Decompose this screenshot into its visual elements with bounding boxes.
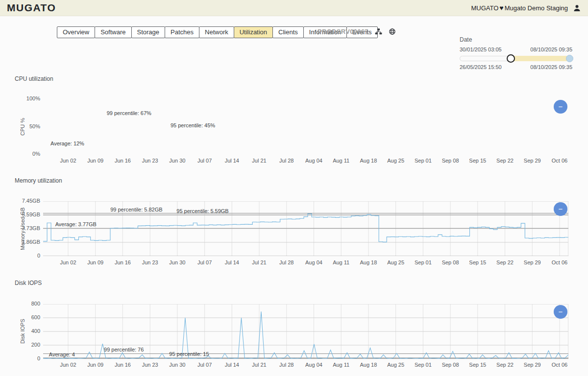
x-tick-label: Jul 07 bbox=[190, 362, 220, 368]
x-tick-label: Jun 02 bbox=[53, 158, 83, 164]
tab-patches[interactable]: Patches bbox=[165, 26, 199, 38]
x-tick-label: Jun 30 bbox=[163, 259, 192, 265]
slider-selected-range bbox=[511, 56, 571, 61]
full-range-start: 30/01/2025 03:05 bbox=[460, 47, 502, 52]
y-tick-label: 50% bbox=[29, 123, 40, 129]
tab-utilization[interactable]: Utilization bbox=[234, 26, 273, 38]
x-tick-label: Sep 29 bbox=[517, 362, 547, 368]
x-tick-label: Sep 29 bbox=[517, 259, 547, 265]
y-tick-label: 0 bbox=[37, 253, 40, 258]
x-tick-label: Jul 14 bbox=[217, 362, 246, 368]
x-tick-label: Aug 04 bbox=[299, 362, 328, 368]
date-filter-label: Date bbox=[460, 36, 572, 43]
chart-annotation: 95 percentile: 45% bbox=[171, 122, 215, 128]
heart-icon: ♥ bbox=[499, 4, 503, 12]
topology-icon[interactable] bbox=[375, 28, 382, 35]
user-icon[interactable] bbox=[573, 4, 581, 12]
app-logo: MUGATO bbox=[7, 2, 56, 14]
y-tick-label: 100% bbox=[26, 95, 40, 101]
x-tick-label: Jun 16 bbox=[108, 259, 137, 265]
utilization-page: MUGATO MUGATO♥Mugato Demo Staging Overvi… bbox=[0, 0, 588, 376]
x-tick-label: Sep 08 bbox=[436, 158, 465, 164]
chart-annotation: Average: 4 bbox=[49, 352, 75, 357]
x-tick-label: Jul 14 bbox=[217, 259, 246, 265]
y-axis-ticks: 100%50%0% bbox=[0, 99, 40, 154]
x-tick-label: Aug 04 bbox=[299, 259, 328, 265]
y-axis-ticks: 8006004002000 bbox=[0, 304, 40, 359]
chart-annotation: 99 percentile: 5.82GB bbox=[110, 207, 162, 212]
x-tick-label: Oct 06 bbox=[545, 362, 574, 368]
chart-title: Memory utilization bbox=[15, 177, 62, 184]
x-tick-label: Jul 28 bbox=[272, 158, 301, 164]
x-tick-label: Jun 23 bbox=[135, 158, 165, 164]
x-tick-label: Sep 22 bbox=[490, 158, 520, 164]
x-tick-label: Aug 11 bbox=[326, 362, 356, 368]
y-tick-label: 0 bbox=[37, 355, 40, 361]
y-tick-label: 7.45GB bbox=[22, 198, 40, 204]
x-tick-label: Sep 15 bbox=[463, 362, 492, 368]
chart-annotation: Average: 3.77GB bbox=[55, 221, 97, 227]
x-tick-label: Jun 02 bbox=[53, 259, 83, 265]
y-tick-label: 800 bbox=[31, 301, 40, 306]
globe-icon[interactable] bbox=[389, 28, 396, 35]
x-tick-label: Sep 29 bbox=[517, 158, 547, 164]
x-tick-label: Jun 09 bbox=[81, 259, 110, 265]
y-tick-label: 1.86GB bbox=[22, 239, 40, 245]
x-tick-label: Jun 09 bbox=[81, 362, 110, 368]
x-tick-label: Jun 23 bbox=[135, 362, 165, 368]
chart-annotation: 99 percentile: 67% bbox=[107, 110, 151, 116]
x-tick-label: Jun 16 bbox=[108, 362, 137, 368]
date-range-slider[interactable] bbox=[460, 54, 572, 63]
collapse-chart-button[interactable]: − bbox=[554, 202, 567, 216]
x-axis-ticks: Jun 02Jun 09Jun 16Jun 23Jun 30Jul 07Jul … bbox=[43, 158, 568, 164]
y-tick-label: 3.73GB bbox=[22, 225, 40, 231]
y-tick-label: 0% bbox=[32, 151, 40, 157]
collapse-chart-button[interactable]: − bbox=[554, 100, 567, 114]
x-tick-label: Sep 15 bbox=[463, 158, 492, 164]
tab-clients[interactable]: Clients bbox=[272, 26, 304, 38]
slider-end-handle[interactable] bbox=[566, 55, 573, 62]
x-tick-label: Oct 06 bbox=[545, 158, 574, 164]
x-tick-label: Jul 07 bbox=[190, 259, 220, 265]
x-tick-label: Jul 21 bbox=[245, 259, 274, 265]
disk-chart-plot: − Average: 499 percentile: 7695 percenti… bbox=[43, 304, 568, 359]
chart-annotation: Average: 12% bbox=[50, 141, 84, 146]
tab-network[interactable]: Network bbox=[199, 26, 234, 38]
x-tick-label: Jul 28 bbox=[272, 259, 301, 265]
x-tick-label: Aug 11 bbox=[326, 259, 356, 265]
env-text: MUGATO♥Mugato Demo Staging bbox=[471, 4, 568, 12]
x-tick-label: Aug 18 bbox=[354, 362, 383, 368]
x-tick-label: Aug 25 bbox=[381, 259, 411, 265]
x-tick-label: Jun 30 bbox=[163, 158, 192, 164]
slider-start-handle[interactable] bbox=[507, 54, 515, 63]
x-tick-label: Jul 28 bbox=[272, 362, 301, 368]
chart-title: Disk IOPS bbox=[15, 280, 42, 286]
tab-overview[interactable]: Overview bbox=[57, 26, 95, 38]
x-tick-label: Sep 01 bbox=[408, 259, 438, 265]
x-tick-label: Aug 11 bbox=[326, 158, 356, 164]
cpu-chart-plot: − Average: 12%99 percentile: 67%95 perce… bbox=[43, 99, 568, 154]
tab-software[interactable]: Software bbox=[95, 26, 131, 38]
x-tick-label: Jun 30 bbox=[163, 362, 192, 368]
environment-indicator: MUGATO♥Mugato Demo Staging bbox=[471, 4, 581, 12]
tab-storage[interactable]: Storage bbox=[131, 26, 166, 38]
x-tick-label: Jun 02 bbox=[53, 362, 83, 368]
x-tick-label: Jul 14 bbox=[217, 158, 246, 164]
x-tick-label: Aug 18 bbox=[354, 259, 383, 265]
x-tick-label: Jun 16 bbox=[108, 158, 137, 164]
date-filter-panel: Date 30/01/2025 03:05 08/10/2025 09:35 2… bbox=[460, 36, 572, 70]
chart-annotation: 95 percentile: 5.59GB bbox=[176, 208, 228, 214]
top-bar: MUGATO MUGATO♥Mugato Demo Staging bbox=[0, 0, 588, 16]
x-tick-label: Aug 18 bbox=[354, 158, 383, 164]
x-tick-label: Sep 01 bbox=[408, 158, 438, 164]
bar-chart-icon bbox=[56, 75, 62, 82]
x-tick-label: Jun 23 bbox=[135, 259, 165, 265]
server-name: PRODSRV00067 bbox=[318, 28, 368, 35]
x-tick-label: Jul 07 bbox=[190, 158, 220, 164]
collapse-chart-button[interactable]: − bbox=[554, 305, 567, 319]
y-tick-label: 400 bbox=[31, 328, 40, 334]
full-range-end: 08/10/2025 09:35 bbox=[530, 47, 572, 52]
y-tick-label: 5.59GB bbox=[22, 212, 40, 217]
x-tick-label: Oct 06 bbox=[545, 259, 574, 265]
cpu-chart-canvas bbox=[43, 99, 568, 154]
